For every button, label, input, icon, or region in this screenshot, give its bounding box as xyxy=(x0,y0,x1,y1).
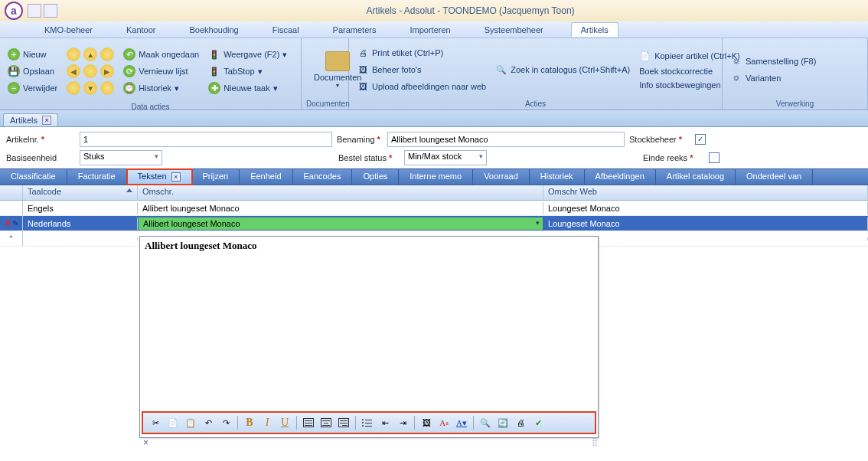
italic-button[interactable]: I xyxy=(259,415,275,430)
basiseenheid-select[interactable]: Stuks xyxy=(80,150,162,165)
varianten-button[interactable]: ⛭Varianten xyxy=(727,70,819,86)
beheer-fotos-button[interactable]: 🖼Beheer foto's xyxy=(354,62,489,77)
bestel-status-select[interactable]: Min/Max stock xyxy=(404,150,487,165)
weergave-button[interactable]: 🚦Weergave (F2) ▾ xyxy=(205,47,290,62)
close-subtab-icon[interactable]: × xyxy=(171,172,181,181)
subtab-artikel-cataloog[interactable]: Artikel cataloog xyxy=(656,169,736,185)
artikelnr-input[interactable] xyxy=(80,132,332,147)
subtab-afbeeldingen[interactable]: Afbeeldingen xyxy=(585,169,656,185)
cut-icon[interactable]: ✂ xyxy=(148,415,163,430)
grid-row-selected[interactable]: ✖✎ Nederlands Allibert loungeset Monaco … xyxy=(0,216,868,231)
nav-down-icon[interactable]: ▼ xyxy=(83,81,97,95)
paste-icon[interactable]: 📋 xyxy=(183,415,198,430)
align-left-icon[interactable] xyxy=(301,415,316,430)
menu-parameters[interactable]: Parameters xyxy=(327,23,383,37)
nav-first-icon[interactable]: ◀ xyxy=(67,64,80,78)
benaming-input[interactable] xyxy=(387,132,625,147)
nieuwe-taak-button[interactable]: ✚Nieuwe taak ▾ xyxy=(205,80,290,96)
nav-last-icon[interactable]: ▶ xyxy=(100,64,114,78)
copy-icon[interactable]: 📄 xyxy=(165,415,181,430)
redo-icon[interactable]: ↷ xyxy=(218,415,233,430)
editor-close-icon[interactable]: × xyxy=(143,437,148,448)
window-title: Artikels - Adsolut - TOONDEMO (Jacquemyn… xyxy=(73,5,868,16)
edit-row-icon[interactable]: ✎ xyxy=(12,219,18,227)
menu-boekhouding[interactable]: Boekhouding xyxy=(184,23,245,37)
subtab-prijzen[interactable]: Prijzen xyxy=(192,169,240,185)
col-header-omschr[interactable]: Omschr. xyxy=(138,185,543,200)
cell-omschr[interactable]: Allibert loungeset Monaco xyxy=(138,202,543,214)
subtab-voorraad[interactable]: Voorraad xyxy=(473,169,530,185)
editor-toolbar: ✂ 📄 📋 ↶ ↷ B I U ⇤ ⇥ 🖼 Aa A ▾ 🔍 🔄 🖨 ✔ xyxy=(142,411,596,434)
print-icon[interactable]: 🖨 xyxy=(513,415,528,430)
undo-icon[interactable]: ↶ xyxy=(201,415,216,430)
calculator-icon[interactable] xyxy=(28,4,41,18)
samenstelling-label: Samenstelling (F8) xyxy=(746,57,816,66)
doc-tab-artikels[interactable]: Artikels × xyxy=(3,113,58,126)
delete-row-icon[interactable]: ✖ xyxy=(5,219,11,227)
verwijder-button[interactable]: −Verwijder xyxy=(5,80,60,96)
subtab-classificatie[interactable]: Classificatie xyxy=(0,169,67,185)
grid-header: Taalcode Omschr. Omschr Web xyxy=(0,185,868,201)
subtab-teksten[interactable]: Teksten× xyxy=(127,169,192,185)
zoek-in-catalogus-label: Zoek in catalogus (Ctrl+Shift+A) xyxy=(511,65,630,74)
outdent-icon[interactable]: ⇤ xyxy=(377,415,393,430)
align-right-icon[interactable] xyxy=(336,415,351,430)
nieuw-button[interactable]: +Nieuw xyxy=(5,47,60,62)
menu-kmo-beheer[interactable]: KMO-beheer xyxy=(38,23,99,37)
cell-taalcode[interactable]: Engels xyxy=(23,202,138,214)
grid-row[interactable]: Engels Allibert loungeset Monaco Lounges… xyxy=(0,201,868,216)
tabstop-button[interactable]: 🚦TabStop ▾ xyxy=(205,64,290,79)
insert-image-icon[interactable]: 🖼 xyxy=(419,415,434,430)
subtab-eenheid[interactable]: Eenheid xyxy=(240,169,292,185)
cell-omschr-editing[interactable]: Allibert loungeset Monaco xyxy=(138,217,543,230)
teamviewer-icon[interactable] xyxy=(44,4,57,18)
editor-textarea[interactable]: Allibert loungeset Monaco xyxy=(140,237,598,411)
stockbeheer-checkbox[interactable]: ✓ xyxy=(695,134,706,145)
print-etiket-button[interactable]: 🖨Print etiket (Ctrl+P) xyxy=(354,45,489,60)
subtab-facturatie[interactable]: Facturatie xyxy=(67,169,127,185)
close-tab-icon[interactable]: × xyxy=(42,116,51,125)
app-logo-icon: a xyxy=(5,2,23,20)
align-center-icon[interactable] xyxy=(318,415,334,430)
subtab-historiek[interactable]: Historiek xyxy=(530,169,585,185)
subtab-interne-memo[interactable]: Interne memo xyxy=(399,169,473,185)
upload-afbeeldingen-button[interactable]: 🖼Upload afbeeldingen naar web xyxy=(354,79,489,94)
menu-importeren[interactable]: Importeren xyxy=(403,23,456,37)
einde-reeks-checkbox[interactable] xyxy=(709,152,720,163)
maak-ongedaan-button[interactable]: ↶Maak ongedaan xyxy=(120,47,202,62)
samenstelling-button[interactable]: ⛭Samenstelling (F8) xyxy=(727,54,819,69)
underline-button[interactable]: U xyxy=(277,415,292,430)
menu-fiscaal[interactable]: Fiscaal xyxy=(266,23,305,37)
col-header-taalcode[interactable]: Taalcode xyxy=(23,185,138,200)
vernieuw-lijst-label: Vernieuw lijst xyxy=(139,67,188,76)
subtab-eancodes[interactable]: Eancodes xyxy=(293,169,353,185)
record-navigator[interactable]: ▲ ◀▶ ▼ xyxy=(64,41,117,101)
zoek-in-catalogus-button[interactable]: 🔍Zoek in catalogus (Ctrl+Shift+A) xyxy=(492,62,633,77)
nieuwe-taak-label: Nieuwe taak xyxy=(224,83,270,93)
bestel-status-label: Bestel status * xyxy=(338,153,400,162)
col-header-omschr-web[interactable]: Omschr Web xyxy=(543,185,868,200)
resize-grip-icon[interactable]: ⣿ xyxy=(592,436,596,446)
font-color-icon[interactable]: A ▾ xyxy=(454,415,469,430)
font-size-icon[interactable]: Aa xyxy=(436,415,452,430)
spellcheck-icon[interactable]: ✔ xyxy=(530,415,546,430)
historiek-button[interactable]: ⌚Historiek ▾ xyxy=(120,80,202,96)
subtab-opties[interactable]: Opties xyxy=(352,169,399,185)
menu-kantoor[interactable]: Kantoor xyxy=(120,23,162,37)
vernieuw-lijst-button[interactable]: ⟳Vernieuw lijst xyxy=(120,64,202,79)
bold-button[interactable]: B xyxy=(242,415,257,430)
cell-omschr-web[interactable]: Loungeset Monaco xyxy=(543,202,868,214)
opslaan-button[interactable]: 💾Opslaan xyxy=(5,64,60,79)
cell-omschr-web[interactable]: Loungeset Monaco xyxy=(543,217,868,230)
indent-icon[interactable]: ⇥ xyxy=(395,415,410,430)
einde-reeks-label: Einde reeks * xyxy=(643,153,704,162)
find-icon[interactable]: 🔍 xyxy=(478,415,493,430)
menu-artikels[interactable]: Artikels xyxy=(571,22,618,37)
menu-systeembeheer[interactable]: Systeembeheer xyxy=(478,23,550,37)
cell-taalcode[interactable]: Nederlands xyxy=(23,217,138,230)
replace-icon[interactable]: 🔄 xyxy=(495,415,511,430)
bullets-icon[interactable] xyxy=(360,415,375,430)
new-row-icon: * xyxy=(10,234,13,243)
subtab-onderdeel-van[interactable]: Onderdeel van xyxy=(736,169,813,185)
nav-up-icon[interactable]: ▲ xyxy=(83,47,97,61)
